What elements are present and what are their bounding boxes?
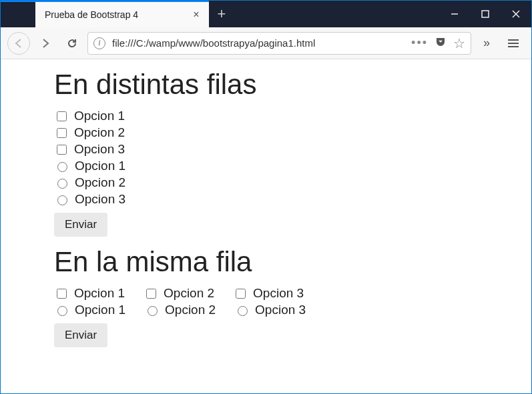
address-bar[interactable]: i ••• ☆ — [87, 32, 471, 55]
titlebar-left-pad — [1, 1, 35, 27]
radio-label[interactable]: Opcion 1 — [75, 159, 125, 173]
radio-inline-2[interactable] — [148, 306, 158, 316]
checkbox-row: Opcion 1 — [54, 109, 531, 123]
radio-row: Opcion 1 — [54, 303, 125, 317]
checkbox-row: Opcion 3 — [233, 286, 304, 301]
radio-label[interactable]: Opcion 2 — [165, 303, 216, 317]
radio-opcion-2[interactable] — [57, 179, 67, 189]
urlbar-actions: ••• ☆ — [411, 35, 465, 51]
close-window-button[interactable] — [501, 1, 531, 27]
checkbox-row: Opcion 2 — [54, 125, 531, 140]
checkbox-opcion-2[interactable] — [57, 128, 67, 138]
pocket-icon[interactable] — [435, 36, 447, 50]
checkbox-inline-2[interactable] — [146, 289, 156, 299]
radio-row: Opcion 3 — [54, 192, 531, 207]
heading-section-1: En distintas filas — [54, 69, 531, 101]
checkbox-label[interactable]: Opcion 1 — [74, 109, 125, 123]
maximize-button[interactable] — [470, 1, 501, 27]
radio-inline-3[interactable] — [238, 306, 248, 316]
checkbox-inline-3[interactable] — [236, 289, 246, 299]
hamburger-icon — [508, 39, 519, 47]
checkbox-label[interactable]: Opcion 3 — [253, 286, 304, 301]
radio-label[interactable]: Opcion 2 — [75, 175, 125, 190]
inline-radio-group: Opcion 1 Opcion 2 Opcion 3 — [54, 303, 531, 317]
menu-button[interactable] — [502, 32, 525, 55]
heading-section-2: En la misma fila — [54, 246, 531, 278]
reload-button[interactable] — [61, 32, 83, 55]
tab-title: Prueba de Bootstrap 4 — [45, 9, 190, 20]
browser-tab-active[interactable]: Prueba de Bootstrap 4 × — [35, 1, 209, 27]
form-section-1: Opcion 1 Opcion 2 Opcion 3 Opcion 1 Opci… — [54, 109, 531, 237]
forward-button[interactable] — [34, 32, 57, 55]
checkbox-row: Opcion 3 — [54, 142, 531, 157]
radio-label[interactable]: Opcion 3 — [75, 192, 125, 207]
radio-row: Opcion 3 — [234, 303, 306, 317]
page-content: En distintas filas Opcion 1 Opcion 2 Opc… — [1, 69, 531, 347]
radio-label[interactable]: Opcion 3 — [255, 303, 306, 317]
checkbox-opcion-3[interactable] — [57, 145, 67, 155]
bookmark-star-icon[interactable]: ☆ — [453, 35, 465, 51]
radio-row: Opcion 2 — [144, 303, 216, 317]
window-controls — [439, 1, 531, 27]
reload-icon — [67, 38, 77, 49]
maximize-icon — [481, 10, 489, 18]
checkbox-opcion-1[interactable] — [57, 111, 67, 121]
new-tab-button[interactable]: + — [209, 1, 234, 27]
window-titlebar: Prueba de Bootstrap 4 × + — [1, 1, 531, 27]
browser-toolbar: i ••• ☆ » — [1, 27, 531, 59]
checkbox-inline-1[interactable] — [57, 289, 67, 299]
checkbox-label[interactable]: Opcion 2 — [74, 125, 125, 140]
checkbox-row: Opcion 1 — [54, 286, 125, 301]
arrow-right-icon — [40, 38, 51, 49]
form-section-2: Opcion 1 Opcion 2 Opcion 3 Opcion 1 Opci… — [54, 286, 531, 347]
radio-opcion-3[interactable] — [57, 195, 67, 205]
checkbox-label[interactable]: Opcion 1 — [74, 286, 125, 301]
submit-button-2[interactable]: Enviar — [54, 323, 107, 347]
titlebar-spacer — [234, 1, 439, 27]
radio-row: Opcion 2 — [54, 175, 531, 190]
chevron-double-right-icon: » — [483, 36, 490, 50]
radio-label[interactable]: Opcion 1 — [75, 303, 125, 317]
close-icon — [512, 10, 520, 18]
svg-rect-1 — [482, 11, 489, 17]
checkbox-label[interactable]: Opcion 2 — [164, 286, 214, 301]
page-actions-icon[interactable]: ••• — [411, 36, 428, 50]
url-input[interactable] — [111, 37, 406, 49]
radio-opcion-1[interactable] — [57, 162, 67, 172]
site-info-icon[interactable]: i — [93, 37, 105, 49]
close-tab-icon[interactable]: × — [190, 9, 202, 21]
overflow-button[interactable]: » — [475, 32, 498, 55]
radio-inline-1[interactable] — [57, 306, 67, 316]
checkbox-row: Opcion 2 — [144, 286, 214, 301]
back-button[interactable] — [7, 32, 30, 55]
radio-row: Opcion 1 — [54, 159, 531, 173]
arrow-left-icon — [13, 38, 24, 49]
submit-button-1[interactable]: Enviar — [54, 213, 107, 237]
minimize-button[interactable] — [439, 1, 470, 27]
inline-checkbox-group: Opcion 1 Opcion 2 Opcion 3 — [54, 286, 531, 301]
minimize-icon — [451, 10, 459, 18]
checkbox-label[interactable]: Opcion 3 — [74, 142, 125, 157]
